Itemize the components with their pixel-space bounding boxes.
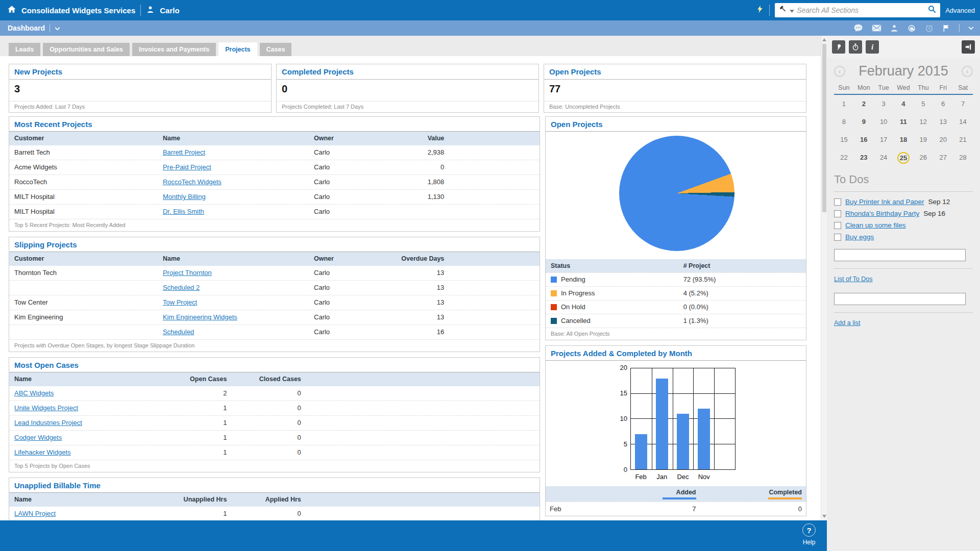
chevron-down-icon[interactable] — [55, 24, 60, 32]
column-header[interactable]: Status — [551, 262, 683, 269]
calendar-day[interactable]: 8 — [834, 113, 854, 131]
todo-checkbox[interactable] — [834, 234, 841, 241]
calendar-day[interactable]: 14 — [953, 113, 973, 131]
calendar-day[interactable]: 18 — [894, 131, 914, 148]
most-recent-projects-link[interactable]: Barrett Project — [163, 148, 205, 156]
tab-invoices-and-payments[interactable]: Invoices and Payments — [132, 43, 216, 56]
contact-icon[interactable]: ? — [890, 24, 898, 32]
help-icon[interactable]: ? — [802, 523, 816, 537]
column-header[interactable]: # Project — [683, 262, 710, 269]
calendar-day[interactable]: 19 — [913, 131, 933, 148]
panel-title[interactable]: Projects Added & Completed by Month — [546, 346, 806, 361]
column-header[interactable]: Applied Hrs — [232, 493, 306, 507]
most-open-cases-link[interactable]: Lifehacker Widgets — [14, 448, 71, 456]
calendar-day[interactable]: 22 — [834, 148, 854, 167]
calendar-next-icon[interactable]: › — [962, 66, 973, 77]
mail-icon[interactable] — [872, 24, 881, 32]
panel-title[interactable]: Unapplied Billable Time — [9, 478, 540, 493]
todo-checkbox[interactable] — [834, 210, 841, 217]
alarm-icon[interactable] — [925, 24, 934, 33]
tab-opportunities-and-sales[interactable]: Opportunities and Sales — [43, 43, 130, 56]
calendar-day[interactable]: 23 — [854, 148, 874, 167]
slipping-projects-link[interactable]: Kim Engineering Widgets — [163, 313, 237, 321]
todo-link[interactable]: Rhonda's Birthday Party — [845, 210, 919, 217]
search-category-icon[interactable] — [778, 5, 787, 16]
calendar-day[interactable]: 9 — [854, 113, 874, 131]
new-todo-input[interactable] — [834, 249, 966, 261]
calendar-day[interactable]: 24 — [874, 148, 894, 167]
current-user[interactable]: Carlo — [160, 6, 179, 15]
todo-link[interactable]: Buy Printer Ink and Paper — [845, 198, 924, 206]
card-title[interactable]: New Projects — [9, 64, 271, 80]
slipping-projects-link[interactable]: Scheduled — [163, 328, 194, 336]
scroll-up-arrow-icon[interactable] — [822, 38, 826, 41]
column-header[interactable]: Unapplied Hrs — [158, 493, 232, 507]
most-recent-projects-link[interactable]: Monthly Billing — [163, 193, 206, 201]
unapplied-billable-time-link[interactable]: LAWN Project — [14, 510, 56, 517]
slipping-projects-link[interactable]: Tow Project — [163, 298, 197, 306]
calendar-day[interactable]: 2 — [854, 95, 874, 113]
collapse-panel-icon[interactable] — [962, 40, 975, 54]
home-icon[interactable] — [7, 5, 16, 16]
most-open-cases-link[interactable]: Codger Widgets — [14, 434, 62, 441]
stopwatch-icon[interactable] — [849, 40, 862, 54]
calendar-day[interactable]: 11 — [894, 113, 914, 131]
calendar-day[interactable]: 7 — [953, 95, 973, 113]
calendar-day[interactable]: 25 — [894, 148, 914, 167]
most-recent-projects-link[interactable]: Pre-Paid Project — [163, 163, 211, 171]
calendar-day[interactable]: 28 — [953, 148, 973, 167]
column-header[interactable]: Customer — [9, 252, 158, 266]
flag-icon[interactable] — [942, 24, 950, 33]
tab-cases[interactable]: Cases — [260, 43, 292, 56]
column-header[interactable]: Overdue Days — [378, 252, 449, 266]
column-header[interactable]: Name — [158, 132, 309, 145]
chat-icon[interactable] — [853, 24, 863, 32]
info-icon[interactable]: i — [866, 40, 879, 54]
calendar-day[interactable]: 20 — [933, 131, 953, 148]
todo-list-select-input[interactable] — [834, 293, 966, 305]
search-icon[interactable] — [927, 5, 937, 16]
column-header[interactable]: Value — [378, 132, 449, 145]
most-recent-projects-link[interactable]: RoccoTech Widgets — [163, 178, 222, 186]
calendar-day[interactable]: 17 — [874, 131, 894, 148]
column-header[interactable]: Owner — [309, 252, 378, 266]
panel-title[interactable]: Open Projects — [546, 117, 806, 132]
calendar-day[interactable]: 1 — [834, 95, 854, 113]
todo-link[interactable]: Clean up some files — [845, 221, 906, 229]
panel-title[interactable]: Slipping Projects — [9, 237, 540, 252]
calendar-prev-icon[interactable]: ‹ — [834, 66, 845, 77]
calendar-day[interactable]: 21 — [953, 131, 973, 148]
tab-leads[interactable]: Leads — [9, 43, 40, 56]
calendar-day[interactable]: 3 — [874, 95, 894, 113]
column-header[interactable]: Name — [158, 252, 309, 266]
panel-title[interactable]: Most Open Cases — [9, 358, 540, 372]
column-header[interactable]: Name — [9, 493, 158, 507]
legend-column-added[interactable]: Added — [625, 489, 696, 499]
most-recent-projects-link[interactable]: Dr. Ellis Smith — [163, 208, 204, 215]
card-title[interactable]: Completed Projects — [277, 64, 538, 80]
support-headset-icon[interactable] — [907, 24, 916, 33]
column-header[interactable]: Open Cases — [158, 372, 232, 386]
search-box[interactable] — [775, 3, 940, 17]
column-header[interactable]: Closed Cases — [232, 372, 306, 386]
column-header[interactable]: Name — [9, 372, 158, 386]
tab-projects[interactable]: Projects — [218, 42, 257, 56]
most-open-cases-link[interactable]: ABC Widgets — [14, 389, 54, 397]
advanced-search-link[interactable]: Advanced — [945, 7, 975, 14]
section-switcher[interactable]: Dashboard — [0, 24, 60, 32]
calendar-day[interactable]: 26 — [913, 148, 933, 167]
slipping-projects-link[interactable]: Project Thornton — [163, 269, 212, 277]
calendar-day[interactable]: 4 — [894, 95, 914, 113]
most-open-cases-link[interactable]: Unite Widgets Project — [14, 404, 78, 412]
calendar-day[interactable]: 10 — [874, 113, 894, 131]
todo-checkbox[interactable] — [834, 198, 841, 206]
column-header[interactable]: Customer — [9, 132, 158, 145]
calendar-day[interactable]: 6 — [933, 95, 953, 113]
pin-icon[interactable] — [832, 40, 845, 54]
company-name[interactable]: Consolidated Widgets Services — [21, 6, 135, 15]
card-title[interactable]: Open Projects — [544, 64, 806, 80]
list-of-todos-link[interactable]: List of To Dos — [834, 276, 873, 283]
scroll-down-arrow-icon[interactable] — [822, 515, 826, 518]
add-a-list-link[interactable]: Add a list — [834, 319, 860, 327]
search-input[interactable] — [797, 6, 925, 14]
